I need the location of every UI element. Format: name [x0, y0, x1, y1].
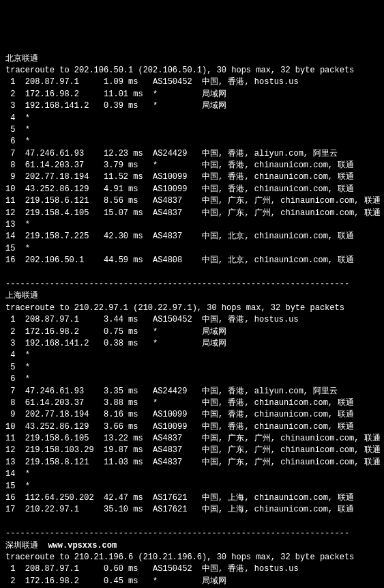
hop-line: 4 * [5, 113, 30, 123]
hop-line: 15 * [5, 481, 30, 491]
section-title: 北京联通 [5, 54, 38, 64]
traceroute-header: traceroute to 210.22.97.1 (210.22.97.1),… [5, 303, 344, 313]
hop-line: 13 219.158.8.121 11.03 ms AS4837 中国, 广东,… [5, 458, 381, 467]
hop-line: 9 202.77.18.194 8.16 ms AS10099 中国, 香港, … [5, 410, 354, 419]
hop-line: 12 219.158.103.29 19.87 ms AS4837 中国, 广东… [5, 445, 381, 455]
hop-line: 17 210.22.97.1 35.10 ms AS17621 中国, 上海, … [5, 505, 354, 514]
hop-line: 9 202.77.18.194 11.52 ms AS10099 中国, 香港,… [5, 172, 354, 182]
hop-line: 15 * [5, 244, 30, 253]
hop-line: 2 172.16.98.2 11.01 ms * 局域网 [5, 89, 226, 99]
hop-line: 1 208.87.97.1 0.60 ms AS150452 中国, 香港, h… [5, 564, 299, 574]
section-title: 上海联通 [5, 291, 38, 300]
hop-line: 11 219.158.6.105 13.22 ms AS4837 中国, 广东,… [5, 434, 381, 443]
hop-line: 8 61.14.203.37 3.79 ms * 中国, 香港, chinaun… [5, 160, 354, 170]
hop-line: 16 112.64.250.202 42.47 ms AS17621 中国, 上… [5, 493, 354, 503]
hop-line: 16 202.106.50.1 44.59 ms AS4808 中国, 北京, … [5, 255, 354, 265]
hop-line: 7 47.246.61.93 3.35 ms AS24429 中国, 香港, a… [5, 387, 338, 396]
hop-line: 11 219.158.6.121 8.56 ms AS4837 中国, 广东, … [5, 196, 381, 206]
watermark: www.vpsxxs.com [48, 541, 117, 550]
traceroute-header: traceroute to 210.21.196.6 (210.21.196.6… [5, 552, 354, 562]
hop-line: 7 47.246.61.93 12.23 ms AS24429 中国, 香港, … [5, 149, 338, 158]
terminal-output: 北京联通 traceroute to 202.106.50.1 (202.106… [5, 53, 379, 588]
hop-line: 5 * [5, 125, 30, 135]
separator: ----------------------------------------… [5, 279, 349, 289]
traceroute-header: traceroute to 202.106.50.1 (202.106.50.1… [5, 66, 354, 75]
hop-line: 2 172.16.98.2 0.75 ms * 局域网 [5, 327, 226, 337]
hop-line: 14 219.158.7.225 42.30 ms AS4837 中国, 北京,… [5, 232, 354, 241]
hop-line: 1 208.87.97.1 3.44 ms AS150452 中国, 香港, h… [5, 315, 299, 324]
section-title: 深圳联通 www.vpsxxs.com [5, 541, 117, 550]
hop-line: 2 172.16.98.2 0.45 ms * 局域网 [5, 576, 226, 586]
hop-line: 6 * [5, 374, 30, 384]
hop-line: 12 219.158.4.105 15.07 ms AS4837 中国, 广东,… [5, 208, 381, 218]
hop-line: 3 192.168.141.2 0.39 ms * 局域网 [5, 101, 226, 111]
hop-line: 10 43.252.86.129 4.91 ms AS10099 中国, 香港,… [5, 184, 354, 194]
hop-line: 4 * [5, 350, 30, 360]
hop-line: 3 192.168.141.2 0.38 ms * 局域网 [5, 339, 226, 348]
hop-line: 8 61.14.203.37 3.88 ms * 中国, 香港, chinaun… [5, 398, 354, 408]
hop-line: 5 * [5, 363, 30, 372]
hop-line: 14 * [5, 469, 30, 479]
separator: ----------------------------------------… [5, 529, 349, 538]
hop-line: 10 43.252.86.129 3.66 ms AS10099 中国, 香港,… [5, 422, 354, 432]
hop-line: 6 * [5, 137, 30, 146]
hop-line: 13 * [5, 220, 30, 229]
hop-line: 1 208.87.97.1 1.09 ms AS150452 中国, 香港, h… [5, 77, 299, 87]
